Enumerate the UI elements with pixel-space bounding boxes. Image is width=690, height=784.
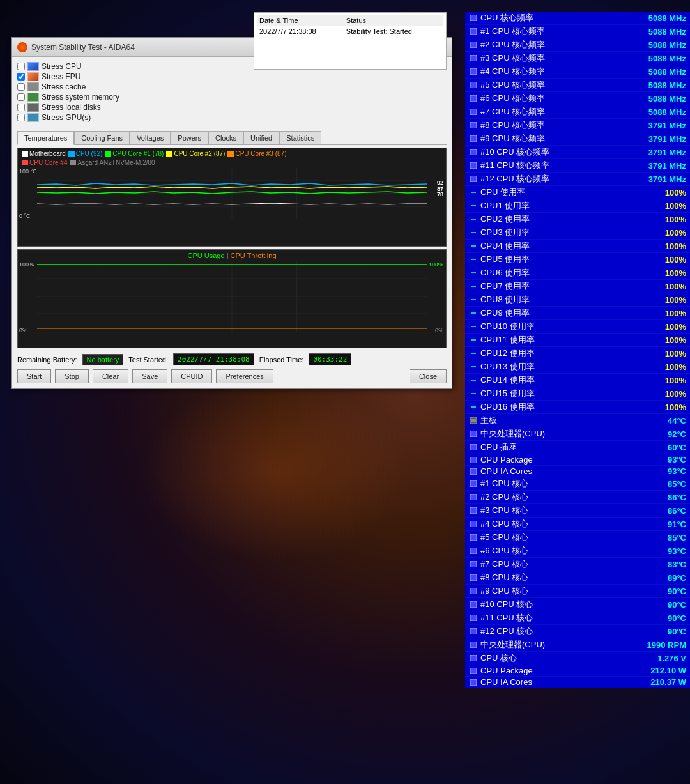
rp-icon-36 <box>469 493 478 502</box>
rp-row-0: CPU 核心频率5088 MHz <box>465 12 690 25</box>
tab-unified[interactable]: Unified <box>243 131 279 144</box>
stress-cache-checkbox[interactable] <box>17 83 25 91</box>
start-button[interactable]: Start <box>17 369 51 383</box>
rp-label-16: CPU3 使用率 <box>480 227 665 238</box>
svg-rect-53 <box>470 494 477 500</box>
rp-row-17: CPU4 使用率100% <box>465 240 690 253</box>
rp-label-36: #2 CPU 核心 <box>480 491 668 503</box>
stress-fpu-label: Stress FPU <box>42 72 80 81</box>
rp-icon-47 <box>469 640 478 649</box>
rp-row-2: #2 CPU 核心频率5088 MHz <box>465 38 690 52</box>
svg-rect-60 <box>470 588 477 594</box>
rp-label-47: 中央处理器(CPU) <box>480 639 647 650</box>
rp-row-32: CPU 插座60°C <box>465 441 690 454</box>
save-button[interactable]: Save <box>132 369 167 383</box>
rp-value-6: 5088 MHz <box>648 94 686 104</box>
elapsed-label: Elapsed Time: <box>259 356 304 364</box>
rp-icon-8 <box>469 121 478 130</box>
rp-icon-32 <box>469 443 478 452</box>
rp-value-12: 3791 MHz <box>648 174 686 184</box>
rp-label-18: CPU5 使用率 <box>480 254 665 265</box>
stop-button[interactable]: Stop <box>55 369 89 383</box>
rp-icon-3 <box>469 54 478 63</box>
tab-cooling-fans[interactable]: Cooling Fans <box>74 131 130 144</box>
svg-rect-50 <box>470 457 477 463</box>
checkbox-stress-fpu[interactable]: Stress FPU <box>17 72 135 81</box>
rp-icon-40 <box>469 546 478 555</box>
rp-icon-35 <box>469 479 478 488</box>
rp-icon-23 <box>469 322 478 331</box>
rp-icon-49 <box>469 666 478 675</box>
checkbox-stress-gpu[interactable]: Stress GPU(s) <box>17 113 135 122</box>
rp-icon-7 <box>469 107 478 116</box>
rp-icon-44 <box>469 600 478 609</box>
preferences-button[interactable]: Preferences <box>216 369 273 383</box>
rp-value-50: 210.37 W <box>650 677 686 687</box>
stress-memory-checkbox[interactable] <box>17 93 25 101</box>
tab-temperatures[interactable]: Temperatures <box>17 131 74 145</box>
rp-row-37: #3 CPU 核心86°C <box>465 504 690 518</box>
checkbox-stress-disk[interactable]: Stress local disks <box>17 103 135 112</box>
stress-gpu-checkbox[interactable] <box>17 114 25 121</box>
svg-rect-66 <box>470 668 477 674</box>
clear-button[interactable]: Clear <box>93 369 128 383</box>
rp-row-13: CPU 使用率100% <box>465 186 690 199</box>
rp-icon-45 <box>469 613 478 622</box>
rp-value-5: 5088 MHz <box>648 81 686 90</box>
button-row: Start Stop Clear Save CPUID Preferences … <box>17 369 447 383</box>
close-button[interactable]: Close <box>410 369 447 383</box>
rp-label-31: 中央处理器(CPU) <box>480 428 668 440</box>
rp-value-2: 5088 MHz <box>648 40 686 50</box>
rp-icon-30 <box>469 416 478 425</box>
tab-statistics[interactable]: Statistics <box>279 131 321 144</box>
stress-cpu-label: Stress CPU <box>42 62 82 71</box>
svg-rect-21 <box>470 82 477 88</box>
rp-value-34: 93°C <box>668 466 686 476</box>
rp-row-46: #12 CPU 核心90°C <box>465 625 690 638</box>
checkbox-stress-memory[interactable]: Stress system memory <box>17 93 135 102</box>
rp-row-3: #3 CPU 核心频率5088 MHz <box>465 52 690 65</box>
rp-label-20: CPU7 使用率 <box>480 281 665 292</box>
col-datetime: Date & Time <box>257 15 344 26</box>
tab-clocks[interactable]: Clocks <box>208 131 243 144</box>
stress-fpu-checkbox[interactable] <box>17 73 25 81</box>
svg-rect-19 <box>470 55 477 61</box>
rp-icon-43 <box>469 587 478 596</box>
stress-cpu-checkbox[interactable] <box>17 63 25 70</box>
rp-row-24: CPU11 使用率100% <box>465 334 690 347</box>
cpuid-button[interactable]: CPUID <box>171 369 212 383</box>
rp-row-39: #5 CPU 核心85°C <box>465 531 690 544</box>
svg-rect-56 <box>470 534 477 541</box>
tab-voltages[interactable]: Voltages <box>130 131 171 144</box>
rp-label-22: CPU9 使用率 <box>480 307 665 319</box>
rp-row-36: #2 CPU 核心86°C <box>465 491 690 504</box>
rp-icon-20 <box>469 282 478 291</box>
rp-label-26: CPU13 使用率 <box>480 361 665 373</box>
stress-disk-checkbox[interactable] <box>17 104 25 111</box>
rp-icon-1 <box>469 27 478 36</box>
rp-value-21: 100% <box>665 295 686 305</box>
rp-row-47: 中央处理器(CPU)1990 RPM <box>465 638 690 652</box>
tab-powers[interactable]: Powers <box>171 131 208 144</box>
usage-val-top: 100% <box>429 261 443 268</box>
checkbox-stress-cache[interactable]: Stress cache <box>17 82 135 91</box>
rp-label-42: #8 CPU 核心 <box>480 572 668 583</box>
svg-rect-64 <box>470 642 477 648</box>
rp-label-0: CPU 核心频率 <box>480 12 648 24</box>
usage-chart-area: CPU Usage | CPU Throttling 100% 0% <box>17 249 447 348</box>
rp-row-4: #4 CPU 核心频率5088 MHz <box>465 65 690 79</box>
legend-core1-label: CPU Core #1 (78) <box>112 150 164 157</box>
rp-value-27: 100% <box>665 376 686 385</box>
chart-legend: Motherboard CPU (92) CPU Core #1 (78) CP… <box>18 148 446 159</box>
rp-row-28: CPU15 使用率100% <box>465 387 690 401</box>
legend-core2: CPU Core #2 (87) <box>166 150 225 157</box>
svg-rect-54 <box>470 507 477 514</box>
rp-value-37: 86°C <box>668 506 686 516</box>
aida-window: System Stability Test - AIDA64 ─ □ ✕ Str… <box>12 37 452 389</box>
rp-row-25: CPU12 使用率100% <box>465 347 690 360</box>
rp-label-13: CPU 使用率 <box>480 187 665 198</box>
checkbox-stress-cpu[interactable]: Stress CPU <box>17 62 135 71</box>
legend-cpu-label: CPU (92) <box>76 150 103 157</box>
rp-label-45: #11 CPU 核心 <box>480 612 668 624</box>
rp-value-19: 100% <box>665 268 686 278</box>
